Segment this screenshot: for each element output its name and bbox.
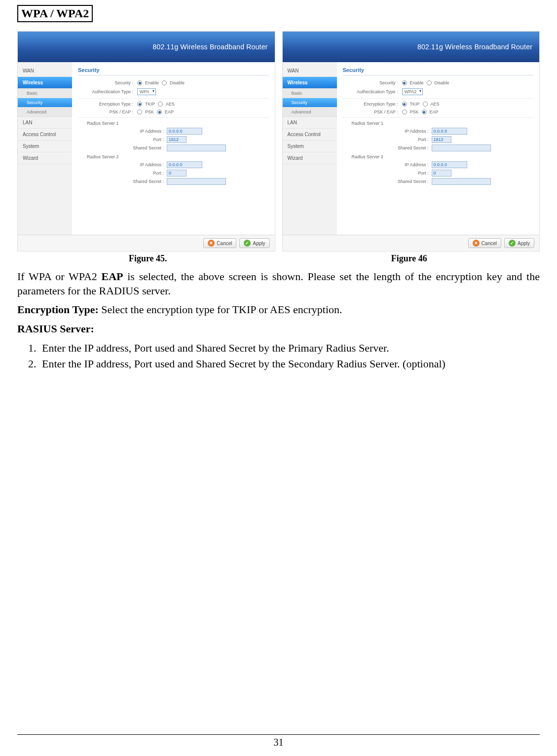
label-port: Port :	[78, 137, 167, 142]
label-enc: Encryption Type :	[78, 102, 137, 107]
radio-psk-label: PSK	[145, 109, 154, 114]
caption-fig45: Figure 45.	[17, 253, 279, 264]
radio-psk[interactable]	[137, 109, 142, 114]
radio-tkip-label: TKIP	[410, 102, 420, 107]
input-rs1-ip[interactable]: 0.0.0.0	[167, 128, 202, 135]
input-rs1-secret[interactable]	[432, 144, 491, 151]
label-security: Security :	[78, 80, 137, 85]
panel-title: Security	[343, 67, 534, 75]
radio-aes-label: AES	[431, 102, 440, 107]
radio-tkip-label: TKIP	[145, 102, 155, 107]
sidebar-sub-basic[interactable]: Basic	[283, 89, 337, 98]
radio-enable-label: Enable	[145, 80, 159, 85]
label-auth: Authectication Type :	[78, 89, 137, 94]
radio-eap-label: EAP	[165, 109, 174, 114]
input-rs2-port[interactable]: 0	[167, 170, 186, 177]
router-panel-fig46: 802.11g Wireless Broadband Router WAN Wi…	[282, 31, 540, 252]
radio-disable[interactable]	[162, 80, 167, 85]
input-rs2-ip[interactable]: 0.0.0.0	[432, 161, 467, 168]
input-rs2-ip[interactable]: 0.0.0.0	[167, 161, 202, 168]
caption-row: Figure 45. Figure 46	[17, 253, 540, 264]
input-rs2-port[interactable]: 0	[432, 170, 451, 177]
radio-psk-label: PSK	[410, 109, 419, 114]
sidebar-sub-advanced[interactable]: Advanced	[18, 108, 72, 117]
input-rs2-secret[interactable]	[432, 178, 491, 185]
label-port: Port :	[343, 137, 432, 142]
section-title: WPA / WPA2	[17, 5, 93, 22]
label-rs1: Radius Server 1	[87, 121, 269, 126]
radio-tkip[interactable]	[137, 102, 142, 107]
sidebar-item-wireless[interactable]: Wireless	[18, 77, 72, 89]
list-item: Enter the IP address, Port used and Shar…	[39, 357, 540, 371]
label-security: Security :	[343, 80, 402, 85]
cancel-button[interactable]: ✕ Cancel	[468, 238, 501, 248]
router-header: 802.11g Wireless Broadband Router	[283, 32, 540, 62]
select-auth-type[interactable]: WPA2	[402, 88, 423, 95]
radio-tkip[interactable]	[402, 102, 407, 107]
screenshots-row: 802.11g Wireless Broadband Router WAN Wi…	[17, 31, 540, 252]
label-secret: Shared Secret :	[343, 145, 432, 150]
radio-disable-label: Disable	[170, 80, 185, 85]
label-ip: IP Address :	[343, 129, 432, 134]
instruction-list: Enter the IP address, Port used and Shar…	[39, 341, 540, 371]
sidebar-item-access[interactable]: Access Control	[283, 129, 337, 141]
label-auth: Authectication Type :	[343, 89, 402, 94]
sidebar-item-access[interactable]: Access Control	[18, 129, 72, 141]
sidebar-item-wireless[interactable]: Wireless	[283, 77, 337, 89]
sidebar-sub-basic[interactable]: Basic	[18, 89, 72, 98]
close-icon: ✕	[473, 240, 480, 247]
input-rs2-secret[interactable]	[167, 178, 226, 185]
radio-aes[interactable]	[158, 102, 163, 107]
cancel-button[interactable]: ✕ Cancel	[203, 238, 236, 248]
cancel-button-label: Cancel	[217, 241, 232, 246]
check-icon: ✓	[509, 240, 516, 247]
radio-aes[interactable]	[423, 102, 428, 107]
label-port2: Port :	[343, 171, 432, 176]
label-ip: IP Address :	[78, 129, 167, 134]
label-ip2: IP Address :	[343, 162, 432, 167]
close-icon: ✕	[208, 240, 215, 247]
label-secret2: Shared Secret :	[78, 179, 167, 184]
apply-button[interactable]: ✓ Apply	[504, 238, 534, 248]
router-panel-fig45: 802.11g Wireless Broadband Router WAN Wi…	[17, 31, 275, 252]
radio-eap[interactable]	[157, 109, 162, 114]
input-rs1-ip[interactable]: 0.0.0.0	[432, 128, 467, 135]
router-title: 802.11g Wireless Broadband Router	[152, 43, 267, 51]
radio-enable[interactable]	[402, 80, 407, 85]
paragraph-2a: Encryption Type:	[17, 303, 99, 316]
label-secret: Shared Secret :	[78, 145, 167, 150]
paragraph-2: Encryption Type: Select the encryption t…	[17, 303, 540, 317]
radio-aes-label: AES	[166, 102, 175, 107]
sidebar-item-wan[interactable]: WAN	[18, 65, 72, 77]
radio-psk[interactable]	[402, 109, 407, 114]
sidebar-sub-advanced[interactable]: Advanced	[283, 108, 337, 117]
label-pskeap: PSK / EAP :	[343, 109, 402, 114]
paragraph-1a: If WPA or WPA2	[17, 270, 102, 283]
label-port2: Port :	[78, 171, 167, 176]
caption-fig46: Figure 46	[279, 253, 540, 264]
label-ip2: IP Address :	[78, 162, 167, 167]
input-rs1-port[interactable]: 1812	[432, 136, 451, 143]
radio-eap[interactable]	[422, 109, 427, 114]
sidebar-item-wan[interactable]: WAN	[283, 65, 337, 77]
sidebar-item-system[interactable]: System	[283, 141, 337, 152]
sidebar-item-wizard[interactable]: Wizard	[18, 152, 72, 164]
panel-title: Security	[78, 67, 269, 75]
sidebar-item-system[interactable]: System	[18, 141, 72, 152]
list-item: Enter the IP address, Port used and Shar…	[39, 341, 540, 356]
input-rs1-port[interactable]: 1812	[167, 136, 186, 143]
select-auth-type[interactable]: WPA	[137, 88, 156, 95]
sidebar-item-lan[interactable]: LAN	[18, 117, 72, 129]
button-bar: ✕ Cancel ✓ Apply	[18, 235, 275, 251]
apply-button[interactable]: ✓ Apply	[239, 238, 269, 248]
sidebar-item-wizard[interactable]: Wizard	[283, 152, 337, 164]
input-rs1-secret[interactable]	[167, 144, 226, 151]
radio-enable[interactable]	[137, 80, 142, 85]
radio-disable[interactable]	[427, 80, 432, 85]
button-bar: ✕ Cancel ✓ Apply	[283, 235, 540, 251]
router-header: 802.11g Wireless Broadband Router	[18, 32, 275, 62]
sidebar-item-lan[interactable]: LAN	[283, 117, 337, 129]
sidebar-sub-security[interactable]: Security	[18, 98, 72, 108]
paragraph-1b: EAP	[102, 270, 123, 283]
sidebar-sub-security[interactable]: Security	[283, 98, 337, 108]
